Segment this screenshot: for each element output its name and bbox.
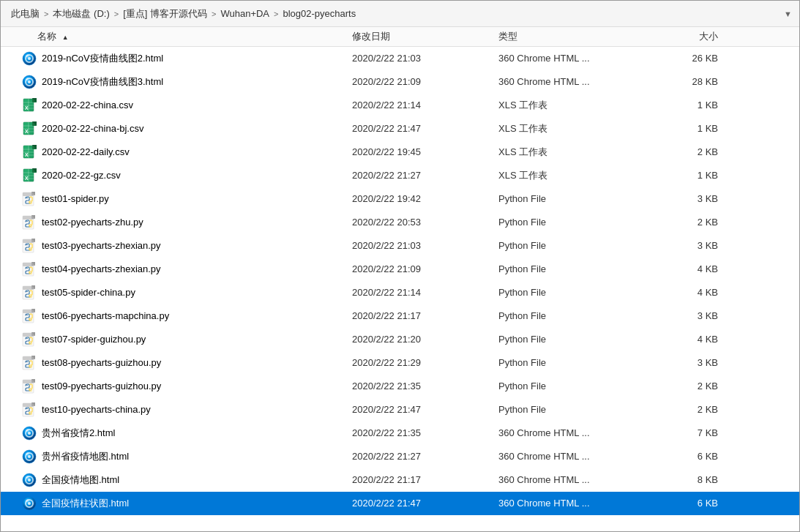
- file-type: Python File: [498, 217, 659, 228]
- col-header-size[interactable]: 大小: [659, 30, 733, 43]
- list-item[interactable]: 全国疫情柱状图.html2020/2/22 21:47360 Chrome HT…: [1, 492, 799, 515]
- svg-point-58: [26, 267, 28, 269]
- breadcrumb-sep-1: >: [42, 10, 50, 18]
- svg-point-73: [26, 337, 28, 339]
- breadcrumb-item-current[interactable]: blog02-pyecharts: [280, 7, 359, 20]
- list-item[interactable]: 贵州省疫情2.html2020/2/22 21:35360 Chrome HTM…: [1, 422, 799, 445]
- svg-text:X: X: [25, 129, 29, 134]
- list-item[interactable]: test07-spider-guizhou.py2020/2/22 21:20P…: [1, 328, 799, 351]
- 360-icon: [22, 473, 37, 487]
- list-item[interactable]: 全国疫情地图.html2020/2/22 21:17360 Chrome HTM…: [1, 468, 799, 492]
- breadcrumb-item-drive[interactable]: 本地磁盘 (D:): [50, 6, 112, 22]
- file-type: 360 Chrome HTML ...: [498, 451, 659, 462]
- svg-point-53: [26, 244, 28, 245]
- file-icon: [21, 402, 37, 417]
- svg-point-54: [31, 248, 32, 250]
- breadcrumb-item-computer[interactable]: 此电脑: [8, 6, 42, 22]
- list-item[interactable]: X 2020-02-22-china-bj.csv2020/2/22 21:47…: [1, 117, 799, 141]
- file-size: 2 KB: [659, 381, 733, 391]
- svg-point-2: [28, 57, 31, 60]
- file-name: 全国疫情柱状图.html: [42, 497, 352, 510]
- svg-point-96: [28, 455, 31, 458]
- 360-icon: [22, 75, 37, 89]
- file-type: Python File: [498, 193, 659, 204]
- python-icon: [22, 192, 37, 206]
- svg-point-74: [31, 342, 32, 343]
- file-size: 4 KB: [659, 287, 733, 298]
- 360-icon: [22, 51, 37, 66]
- file-icon: [21, 473, 37, 487]
- file-date: 2020/2/22 21:47: [352, 498, 498, 509]
- list-item[interactable]: test06-pyecharts-mapchina.py2020/2/22 21…: [1, 304, 799, 328]
- file-icon: X: [21, 98, 37, 113]
- list-item[interactable]: test01-spider.py2020/2/22 19:42Python Fi…: [1, 187, 799, 211]
- csv-icon: X: [22, 121, 37, 136]
- file-icon: [21, 239, 37, 253]
- sort-arrow: ▲: [62, 34, 69, 41]
- breadcrumb-item-wuhan[interactable]: Wuhan+DA: [217, 7, 272, 20]
- svg-point-88: [26, 408, 28, 409]
- file-name: test06-pyecharts-mapchina.py: [42, 310, 352, 321]
- col-header-type[interactable]: 类型: [498, 30, 659, 43]
- file-type: 360 Chrome HTML ...: [498, 474, 659, 485]
- list-item[interactable]: test05-spider-china.py2020/2/22 21:14Pyt…: [1, 281, 799, 304]
- svg-text:X: X: [25, 176, 29, 181]
- file-size: 2 KB: [659, 146, 733, 157]
- breadcrumb-expand-button[interactable]: ▼: [784, 10, 792, 18]
- file-icon: X: [21, 145, 37, 160]
- file-type: Python File: [498, 310, 659, 321]
- breadcrumb-sep-2: >: [113, 10, 120, 18]
- csv-icon: X: [22, 145, 37, 160]
- col-name-label: 名称: [37, 31, 56, 42]
- file-date: 2020/2/22 19:45: [352, 146, 498, 157]
- file-icon: [21, 309, 37, 323]
- column-header-row: 名称 ▲ 修改日期 类型 大小: [1, 27, 799, 47]
- col-header-date[interactable]: 修改日期: [352, 30, 498, 43]
- list-item[interactable]: 2019-nCoV疫情曲线图3.html2020/2/22 21:09360 C…: [1, 70, 799, 94]
- list-item[interactable]: 贵州省疫情地图.html2020/2/22 21:27360 Chrome HT…: [1, 445, 799, 468]
- breadcrumb-item-blog[interactable]: [重点] 博客开源代码: [120, 6, 210, 22]
- file-type: XLS 工作表: [498, 146, 659, 159]
- svg-point-89: [31, 412, 32, 413]
- list-item[interactable]: test03-pyecharts-zhexian.py2020/2/22 21:…: [1, 234, 799, 258]
- file-name: test10-pyecharts-china.py: [42, 404, 352, 415]
- list-item[interactable]: test10-pyecharts-china.py2020/2/22 21:47…: [1, 398, 799, 422]
- file-name: test04-pyecharts-zhexian.py: [42, 263, 352, 274]
- list-item[interactable]: 2019-nCoV疫情曲线图2.html2020/2/22 21:03360 C…: [1, 47, 799, 70]
- list-item[interactable]: X 2020-02-22-gz.csv2020/2/22 21:27XLS 工作…: [1, 164, 799, 187]
- file-size: 26 KB: [659, 53, 733, 64]
- file-icon: X: [21, 168, 37, 183]
- list-item[interactable]: X 2020-02-22-daily.csv2020/2/22 19:45XLS…: [1, 141, 799, 164]
- svg-point-64: [31, 295, 32, 296]
- 360-icon: [22, 426, 37, 441]
- file-type: XLS 工作表: [498, 122, 659, 135]
- csv-icon: X: [22, 168, 37, 183]
- file-date: 2020/2/22 19:42: [352, 193, 498, 204]
- list-item[interactable]: test04-pyecharts-zhexian.py2020/2/22 21:…: [1, 258, 799, 281]
- svg-point-49: [31, 225, 32, 226]
- 360-icon: [22, 449, 37, 464]
- list-item[interactable]: test09-pyecharts-guizhou.py2020/2/22 21:…: [1, 375, 799, 398]
- file-icon: [21, 192, 37, 206]
- file-size: 8 KB: [659, 474, 733, 485]
- file-name: test01-spider.py: [42, 193, 352, 204]
- file-name: 全国疫情地图.html: [42, 473, 352, 487]
- file-name: 贵州省疫情地图.html: [42, 450, 352, 463]
- list-item[interactable]: test02-pyecharts-zhu.py2020/2/22 20:53Py…: [1, 211, 799, 234]
- file-name: test05-spider-china.py: [42, 287, 352, 298]
- svg-point-44: [31, 201, 32, 203]
- list-item[interactable]: test08-pyecharts-guizhou.py2020/2/22 21:…: [1, 351, 799, 375]
- file-date: 2020/2/22 21:47: [352, 404, 498, 415]
- svg-point-92: [28, 432, 31, 435]
- file-size: 4 KB: [659, 334, 733, 345]
- file-date: 2020/2/22 21:03: [352, 240, 498, 251]
- file-name: test03-pyecharts-zhexian.py: [42, 240, 352, 251]
- file-type: 360 Chrome HTML ...: [498, 53, 659, 64]
- file-type: Python File: [498, 240, 659, 251]
- file-type: XLS 工作表: [498, 99, 659, 112]
- col-header-name[interactable]: 名称 ▲: [1, 30, 352, 43]
- file-type: 360 Chrome HTML ...: [498, 498, 659, 509]
- file-name: test02-pyecharts-zhu.py: [42, 217, 352, 228]
- list-item[interactable]: X 2020-02-22-china.csv2020/2/22 21:14XLS…: [1, 94, 799, 117]
- python-icon: [22, 285, 37, 300]
